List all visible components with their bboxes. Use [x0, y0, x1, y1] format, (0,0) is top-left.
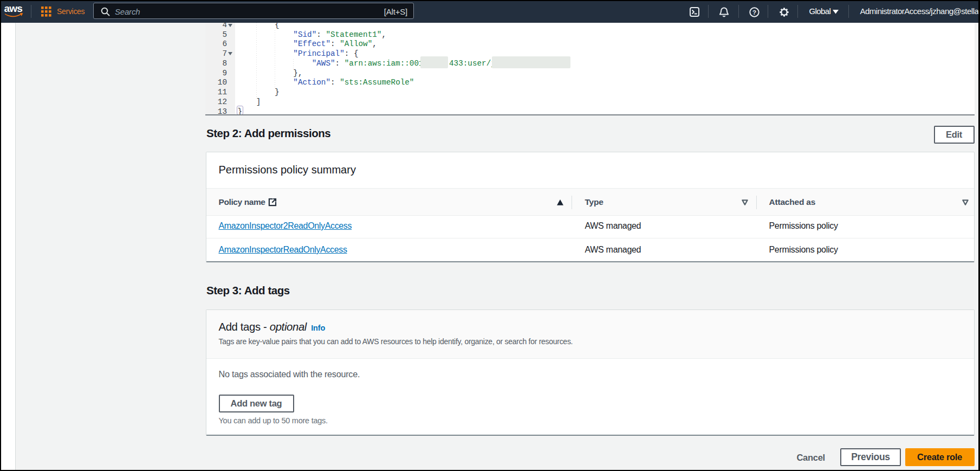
- svg-text:?: ?: [752, 9, 756, 16]
- svg-text:aws: aws: [4, 3, 23, 14]
